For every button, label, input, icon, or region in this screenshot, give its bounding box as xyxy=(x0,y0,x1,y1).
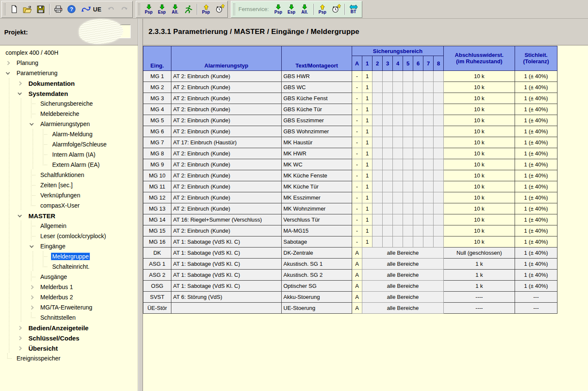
cell-stichleitung[interactable]: 1 (± 40%) xyxy=(515,137,557,148)
save-button[interactable] xyxy=(34,1,47,17)
cell-abschlusswiderstand[interactable]: 10 k xyxy=(444,104,515,115)
cell-area-a[interactable]: A xyxy=(352,303,362,314)
cell-abschlusswiderstand[interactable]: 10 k xyxy=(444,236,515,248)
cell-montageort[interactable]: MK HWR xyxy=(282,148,352,159)
cell-alarmierungstyp[interactable]: AT 1: Sabotage (VdS Kl. C) xyxy=(171,270,282,281)
cell-area-1[interactable]: 1 xyxy=(362,181,372,192)
cell-abschlusswiderstand[interactable]: 10 k xyxy=(444,82,515,93)
cell-alarmierungstyp[interactable]: AT 6: Störung (VdS) xyxy=(171,292,282,303)
cell-montageort[interactable]: MK Küche Tür xyxy=(282,181,352,192)
panel-splitter[interactable] xyxy=(138,19,143,45)
esp-download-button[interactable]: Esp xyxy=(155,1,168,17)
tree-item-label[interactable]: Alarmfolge/Schleuse xyxy=(51,141,108,148)
tree-item-label[interactable]: Verknüpfungen xyxy=(39,191,81,199)
psp-download-button[interactable]: Psp xyxy=(142,1,155,17)
tree-item-label[interactable]: Meldebereiche xyxy=(39,110,81,118)
tree-item-label[interactable]: Ausgänge xyxy=(39,273,68,281)
tree-item-label[interactable]: Alarmierungstypen xyxy=(39,120,91,128)
toolbar-drag-grip[interactable] xyxy=(138,3,140,15)
cell-area-1[interactable]: 1 xyxy=(362,115,372,126)
tree-item-meldebereiche[interactable]: Meldebereiche xyxy=(0,109,138,119)
cell-abschlusswiderstand[interactable]: 10 k xyxy=(444,71,515,82)
cell-abschlusswiderstand[interactable]: 10 k xyxy=(444,115,515,126)
cell-alarmierungstyp[interactable]: AT 2: Einbruch (Kunde) xyxy=(171,115,282,126)
chevron-right-icon[interactable] xyxy=(6,61,10,65)
open-file-button[interactable] xyxy=(21,1,34,17)
tree-item-bersicht[interactable]: Übersicht xyxy=(0,343,138,353)
chevron-down-icon[interactable] xyxy=(6,70,10,75)
cell-montageort[interactable]: Akustisch. SG 2 xyxy=(282,270,352,281)
tree-item-label[interactable]: Dokumentation xyxy=(27,79,76,87)
fernservice-psp-upload-button[interactable]: Psp xyxy=(316,1,329,17)
psp-upload-button[interactable]: Psp xyxy=(199,1,213,17)
cell-alarmierungstyp[interactable]: AT 1: Sabotage (VdS Kl. C) xyxy=(171,259,282,270)
cell-area-a[interactable]: - xyxy=(352,126,362,137)
chevron-right-icon[interactable] xyxy=(30,285,34,289)
tree-item-label[interactable]: Extern Alarm (EA) xyxy=(51,161,101,169)
cell-area-a[interactable]: A xyxy=(352,270,362,281)
tree-item-label[interactable]: Planung xyxy=(15,59,39,67)
cell-stichleitung[interactable]: 1 (± 40%) xyxy=(515,71,557,82)
cell-area-a[interactable]: - xyxy=(352,148,362,159)
tree-item-allgemein[interactable]: Allgemein xyxy=(0,221,138,231)
chevron-down-icon[interactable] xyxy=(18,91,22,95)
chevron-down-icon[interactable] xyxy=(18,213,22,217)
chevron-down-icon[interactable] xyxy=(30,121,34,126)
cell-area-1[interactable]: 1 xyxy=(362,159,372,170)
tree-item-label[interactable]: Zeiten [sec.] xyxy=(39,181,74,189)
cell-area-a[interactable]: - xyxy=(352,104,362,115)
cell-montageort[interactable]: MK Küche Fenste xyxy=(282,170,352,181)
clock-upload-button[interactable] xyxy=(213,1,226,17)
cell-area-a[interactable]: - xyxy=(352,137,362,148)
cell-montageort[interactable]: MK Esszimmer xyxy=(282,192,352,203)
cell-area-a[interactable]: - xyxy=(352,93,362,104)
cell-area-1[interactable]: 1 xyxy=(362,170,372,181)
cell-abschlusswiderstand[interactable]: 10 k xyxy=(444,126,515,137)
tree-item-compasx-user[interactable]: compasX-User xyxy=(0,200,138,211)
cell-montageort[interactable]: Akku-Stoerung xyxy=(282,292,352,303)
cell-abschlusswiderstand[interactable]: 10 k xyxy=(444,214,515,225)
tree-item-meldergruppe[interactable]: Meldergruppe xyxy=(0,251,138,262)
tree-item-label[interactable]: Schaltfunktionen xyxy=(39,171,86,179)
tree-item-ereignisspeicher[interactable]: Ereignisspeicher xyxy=(0,353,138,363)
tree-item-mg-ta-erweiterung[interactable]: MG/TA-Erweiterung xyxy=(0,302,138,312)
tree-item-schl-ssel-codes[interactable]: Schlüssel/Codes xyxy=(0,333,138,343)
cell-alarmierungstyp[interactable]: AT 2: Einbruch (Kunde) xyxy=(171,148,282,159)
tree-item-sicherungsbereiche[interactable]: Sicherungsbereiche xyxy=(0,98,138,109)
cell-abschlusswiderstand[interactable]: 10 k xyxy=(444,181,515,192)
cell-area-a[interactable]: - xyxy=(352,181,362,192)
fernservice-clock-upload-button[interactable] xyxy=(329,1,342,17)
cell-area-1[interactable]: 1 xyxy=(362,214,372,225)
tree-item-label[interactable]: Schalteinricht. xyxy=(51,263,91,270)
cell-area-a[interactable]: - xyxy=(352,170,362,181)
cell-abschlusswiderstand[interactable]: 10 k xyxy=(444,225,515,236)
cell-stichleitung[interactable]: 1 (± 40%) xyxy=(515,214,557,225)
cell-area-a[interactable]: - xyxy=(352,82,362,93)
cell-alarmierungstyp[interactable] xyxy=(171,303,282,314)
cell-montageort[interactable]: MK Wohnzimmer xyxy=(282,203,352,214)
cell-alarmierungstyp[interactable]: AT 2: Einbruch (Kunde) xyxy=(171,71,282,82)
toolbar-drag-grip[interactable] xyxy=(233,3,235,15)
tree-item-verkn-pfungen[interactable]: Verknüpfungen xyxy=(0,190,138,200)
tree-item-alarmierungstypen[interactable]: Alarmierungstypen xyxy=(0,119,138,129)
cell-montageort[interactable]: GBS WC xyxy=(282,82,352,93)
tree-item-zeiten-sec[interactable]: Zeiten [sec.] xyxy=(0,180,138,190)
cell-abschlusswiderstand[interactable]: 10 k xyxy=(444,93,515,104)
cell-montageort[interactable]: Optischer SG xyxy=(282,281,352,292)
chevron-right-icon[interactable] xyxy=(18,81,22,85)
chevron-right-icon[interactable] xyxy=(30,305,34,309)
cell-abschlusswiderstand[interactable]: 10 k xyxy=(444,192,515,203)
tree-item-label[interactable]: Intern Alarm (IA) xyxy=(51,151,97,158)
cell-area-1[interactable]: 1 xyxy=(362,225,372,236)
cell-stichleitung[interactable]: 1 (± 40%) xyxy=(515,192,557,203)
tree-item-label[interactable]: Schlüssel/Codes xyxy=(27,334,81,342)
cell-montageort[interactable]: DK-Zentrale xyxy=(282,248,352,259)
cell-area-a[interactable]: - xyxy=(352,192,362,203)
cell-area-1[interactable]: 1 xyxy=(362,82,372,93)
tree-item-alarmfolge-schleuse[interactable]: Alarmfolge/Schleuse xyxy=(0,139,138,149)
cell-montageort[interactable]: MK Haustür xyxy=(282,137,352,148)
chevron-right-icon[interactable] xyxy=(18,336,22,340)
fernservice-psp-download-button[interactable]: Psp xyxy=(272,1,285,17)
cell-stichleitung[interactable]: 1 (± 40%) xyxy=(515,159,557,170)
cell-alarmierungstyp[interactable]: AT 2: Einbruch (Kunde) xyxy=(171,203,282,214)
